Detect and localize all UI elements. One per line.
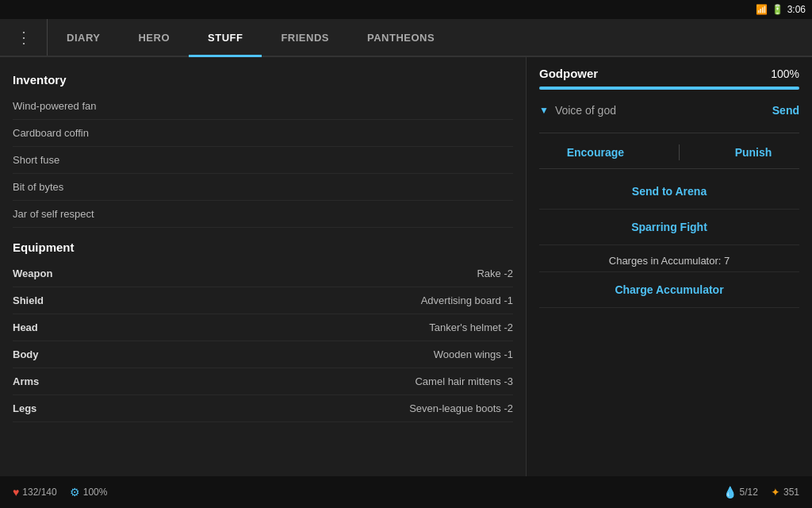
list-item: Weapon Rake -2 — [13, 260, 513, 287]
status-bar: 📶 🔋 3:06 — [0, 0, 812, 19]
equip-value: Wooden wings -1 — [434, 348, 513, 360]
coin-icon: ✦ — [771, 486, 780, 498]
gear-icon: ⚙ — [70, 486, 80, 498]
punish-button[interactable]: Punish — [735, 146, 772, 159]
list-item: Arms Camel hair mittens -3 — [13, 368, 513, 395]
equip-value: Rake -2 — [477, 267, 513, 279]
equip-label: Legs — [13, 402, 36, 414]
equip-label: Shield — [13, 294, 44, 306]
divider — [539, 133, 799, 133]
send-to-arena-button[interactable]: Send to Arena — [539, 174, 799, 210]
wifi-icon: 📶 — [756, 4, 768, 15]
item-name: Bit of bytes — [13, 181, 63, 193]
voice-of-god-row: ▼ Voice of god Send — [539, 101, 799, 120]
dropdown-arrow-icon[interactable]: ▼ — [539, 105, 549, 116]
action-divider — [679, 144, 680, 160]
main-content: Inventory Wind-powered fan Cardboard cof… — [0, 57, 812, 476]
equip-label: Weapon — [13, 267, 52, 279]
send-button[interactable]: Send — [772, 104, 799, 117]
equip-label: Head — [13, 321, 38, 333]
equipment-title: Equipment — [13, 241, 513, 254]
item-name: Cardboard coffin — [13, 127, 89, 139]
voice-of-god-label: Voice of god — [555, 104, 616, 117]
tabs: DIARY HERO STUFF FRIENDS PANTHEONS — [48, 19, 454, 56]
time: 3:06 — [787, 4, 806, 15]
encourage-button[interactable]: Encourage — [567, 146, 624, 159]
equip-value: Tanker's helmet -2 — [429, 321, 513, 333]
tab-stuff[interactable]: STUFF — [189, 21, 262, 57]
list-item: Jar of self respect — [13, 201, 513, 228]
item-name: Jar of self respect — [13, 208, 94, 220]
right-panel: Godpower 100% ▼ Voice of god Send Encour… — [527, 57, 812, 476]
bottom-right: 💧 5/12 ✦ 351 — [723, 486, 799, 498]
item-name: Short fuse — [13, 154, 59, 166]
list-item: Head Tanker's helmet -2 — [13, 314, 513, 341]
coins-stat: ✦ 351 — [771, 486, 799, 498]
equip-value: Seven-league boots -2 — [409, 402, 513, 414]
voice-left: ▼ Voice of god — [539, 104, 616, 117]
godpower-row: Godpower 100% — [539, 67, 799, 80]
equip-value: Camel hair mittens -3 — [415, 375, 513, 387]
list-item: Shield Advertising board -1 — [13, 287, 513, 314]
item-name: Wind-powered fan — [13, 100, 97, 112]
battery-icon: 🔋 — [772, 4, 783, 15]
list-item: Bit of bytes — [13, 174, 513, 201]
list-item: Short fuse — [13, 147, 513, 174]
health-stat: ♥ 132/140 — [13, 486, 57, 498]
list-item: Body Wooden wings -1 — [13, 341, 513, 368]
menu-icon[interactable]: ⋮ — [0, 19, 48, 56]
godpower-percent: 100% — [771, 67, 799, 80]
status-icons: 📶 🔋 3:06 — [756, 4, 806, 15]
list-item: Legs Seven-league boots -2 — [13, 395, 513, 422]
godpower-bar-fill — [539, 87, 799, 90]
charge-accumulator-button[interactable]: Charge Accumulator — [539, 271, 799, 308]
list-item: Cardboard coffin — [13, 120, 513, 147]
power-value: 100% — [83, 487, 108, 498]
nav-bar: ⋮ DIARY HERO STUFF FRIENDS PANTHEONS — [0, 19, 812, 57]
tab-hero[interactable]: HERO — [119, 21, 189, 57]
coins-value: 351 — [783, 487, 799, 498]
list-item: Wind-powered fan — [13, 93, 513, 120]
tab-friends[interactable]: FRIENDS — [262, 21, 348, 57]
equip-label: Body — [13, 348, 39, 360]
godpower-bar — [539, 87, 799, 90]
tab-diary[interactable]: DIARY — [48, 21, 119, 57]
left-panel: Inventory Wind-powered fan Cardboard cof… — [0, 57, 527, 476]
equip-label: Arms — [13, 375, 39, 387]
drops-stat: 💧 5/12 — [723, 486, 758, 498]
equip-value: Advertising board -1 — [421, 294, 513, 306]
drop-icon: 💧 — [723, 486, 737, 498]
tab-pantheons[interactable]: PANTHEONS — [348, 21, 454, 57]
heart-icon: ♥ — [13, 486, 19, 498]
sparring-fight-button[interactable]: Sparring Fight — [539, 210, 799, 245]
health-value: 132/140 — [22, 487, 56, 498]
bottom-bar: ♥ 132/140 ⚙ 100% 💧 5/12 ✦ 351 — [0, 476, 812, 508]
power-stat: ⚙ 100% — [70, 486, 108, 498]
charges-label: Charges in Accumulator: 7 — [539, 245, 799, 271]
drops-value: 5/12 — [740, 487, 758, 498]
encourage-punish-row: Encourage Punish — [539, 137, 799, 169]
inventory-title: Inventory — [13, 73, 513, 87]
godpower-label: Godpower — [539, 67, 598, 80]
